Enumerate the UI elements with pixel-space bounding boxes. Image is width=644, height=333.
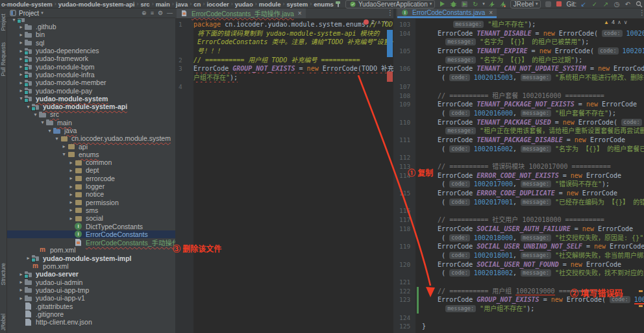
more-icon[interactable]: ⋮ xyxy=(639,9,644,16)
tree-toggle-icon[interactable]: ▸ xyxy=(18,287,25,293)
right-inspection-widget[interactable]: ▲ 4 ∧ ∨ xyxy=(604,19,628,25)
collapse-all-icon[interactable]: ≡ xyxy=(151,10,154,16)
line-number[interactable] xyxy=(396,304,415,314)
code-line[interactable]: ( code: 1002017000, message: "错误码不存在"); xyxy=(396,180,644,189)
tree-toggle-icon[interactable]: ▾ xyxy=(60,151,68,157)
line-number[interactable] xyxy=(396,73,415,82)
editor-split-divider[interactable] xyxy=(393,8,396,333)
right-editor[interactable]: 103 message: "租户不存在");104 ErrorCode TENA… xyxy=(396,18,644,333)
git-push-icon[interactable]: ↗ xyxy=(602,0,610,8)
profiler-chevron-icon[interactable]: ▾ xyxy=(482,1,485,6)
line-number[interactable] xyxy=(175,38,193,47)
line-number[interactable]: 118 xyxy=(396,225,415,234)
code-line[interactable]: 1package cn.iocoder.yudao.module.system.… xyxy=(175,20,393,29)
line-number[interactable]: 108 xyxy=(396,92,415,101)
tree-item-main[interactable]: ▾main xyxy=(6,119,175,127)
tree-item-permission[interactable]: ▸permission xyxy=(6,199,175,206)
git-update-icon[interactable]: ↙ xyxy=(580,0,588,8)
code-line[interactable]: message: "名字为 【{}】 的租户已被禁用"); xyxy=(396,38,644,47)
tree-item-yudao-ui-app-tmp[interactable]: ▸yudao-ui-app-tmp xyxy=(6,286,175,294)
tab-errorcodeconstants-manual[interactable]: ErrorCodeConstants_手动操作.java × xyxy=(177,8,306,18)
line-number[interactable] xyxy=(175,73,193,82)
left-editor[interactable]: 1package cn.iocoder.yudao.module.system.… xyxy=(175,18,393,333)
tree-toggle-icon[interactable]: ▸ xyxy=(68,216,75,221)
tree-toggle-icon[interactable]: ▸ xyxy=(68,191,75,197)
code-line[interactable]: 124 xyxy=(396,314,644,323)
tree-toggle-icon[interactable]: ▸ xyxy=(68,167,75,173)
hide-panel-icon[interactable]: — xyxy=(167,10,173,16)
tree-toggle-icon[interactable]: ▾ xyxy=(46,128,53,134)
line-number[interactable] xyxy=(396,127,415,136)
tree-item--gitattributes[interactable]: .gitattributes xyxy=(6,302,175,310)
code-line[interactable]: 118 ErrorCode SOCIAL_USER_AUTH_FAILURE =… xyxy=(396,225,644,234)
line-number[interactable]: 105 xyxy=(396,47,415,56)
code-line[interactable]: message: "用户组不存在"); xyxy=(396,304,644,314)
tree-toggle-icon[interactable]: ▸ xyxy=(68,160,75,166)
tree-toggle-icon[interactable]: ▸ xyxy=(18,24,25,30)
breadcrumb-item[interactable]: o-module-system xyxy=(1,1,53,8)
code-line[interactable]: 116 xyxy=(396,206,644,216)
tree-item-yudao-module-pay[interactable]: ▸yudao-module-pay xyxy=(6,86,175,94)
undo-icon[interactable]: ↶ xyxy=(624,0,632,8)
tab-errorcodeconstants[interactable]: ErrorCodeConstants.java × xyxy=(397,8,497,18)
settings-icon[interactable]: ⚙ xyxy=(158,10,163,16)
code-line[interactable]: message: "名字为 【{}】 的租户已过期"); xyxy=(396,56,644,65)
tree-item-yudao-ui-admin[interactable]: ▸yudao-ui-admin xyxy=(6,278,175,286)
close-icon[interactable]: × xyxy=(298,10,302,17)
stop-icon[interactable] xyxy=(555,0,563,8)
line-number[interactable] xyxy=(175,29,193,38)
line-number[interactable]: 121 xyxy=(396,278,415,287)
tree-item-java[interactable]: ▾java xyxy=(6,127,175,134)
line-number[interactable] xyxy=(396,180,415,189)
code-line[interactable]: 户组不存在"); xyxy=(175,73,393,82)
line-number[interactable]: 4 xyxy=(175,82,193,92)
tree-item-yudao-module-system-impl[interactable]: ▸yudao-module-system-impl xyxy=(6,254,175,262)
line-number[interactable]: 116 xyxy=(396,206,415,216)
tree-item-src[interactable]: ▾src xyxy=(6,110,175,118)
line-number[interactable]: 122 xyxy=(396,287,415,296)
next-warning-icon[interactable]: ∨ xyxy=(624,19,628,25)
line-number[interactable]: 2 xyxy=(175,56,193,65)
code-line[interactable]: 将下面的错误码复制到 yudao-module-system-api 模块的 xyxy=(175,29,393,38)
tree-item-logger[interactable]: ▸logger xyxy=(6,182,175,190)
code-line[interactable]: 125} xyxy=(396,322,644,331)
code-line[interactable]: ( code: 1002018002, message: "社交授权失败，找不到… xyxy=(396,269,644,278)
line-number[interactable] xyxy=(396,251,415,260)
code-line[interactable]: 112 xyxy=(396,153,644,162)
line-number[interactable]: 115 xyxy=(396,189,415,198)
line-number[interactable] xyxy=(396,56,415,65)
tree-toggle-icon[interactable]: ▸ xyxy=(68,175,75,181)
line-number[interactable]: 123 xyxy=(396,295,415,304)
code-line[interactable]: 115 ErrorCode ERROR_CODE_DUPLICATE = new… xyxy=(396,189,644,198)
code-line[interactable]: ( code: 1002016002, message: "名字为 【{}】 的… xyxy=(396,145,644,154)
line-number[interactable]: 113 xyxy=(396,162,415,171)
code-line[interactable]: 122 // ========== 用户组 1002019000 =======… xyxy=(396,287,644,296)
code-line[interactable]: 4 xyxy=(175,82,393,92)
breadcrumb-item[interactable]: yudao-module-system-api xyxy=(58,1,135,8)
tree-item-root-partial[interactable]: ▾ xyxy=(6,18,175,23)
code-line[interactable]: 123 ErrorCode GROUP_NOT_EXISTS = new Err… xyxy=(396,295,644,304)
jrebel-select[interactable]: JRebel ▾ xyxy=(510,0,541,8)
line-number[interactable] xyxy=(396,145,415,154)
local-history-icon[interactable]: ◷ xyxy=(613,0,621,8)
code-line[interactable]: ( code: 1002015003, message: "系统租户不能进行修改… xyxy=(396,73,644,82)
tree-toggle-icon[interactable]: ▸ xyxy=(68,184,75,190)
chevron-down-icon[interactable]: ▾ xyxy=(41,10,43,16)
code-line[interactable]: ( code: 1002018000, message: "社交授权失败，原因是… xyxy=(396,234,644,243)
code-line[interactable]: 107 xyxy=(396,82,644,92)
tree-toggle-icon[interactable]: ▸ xyxy=(60,143,68,149)
tree-item-yudao-module-bpm[interactable]: ▸yudao-module-bpm xyxy=(6,62,175,70)
code-line[interactable]: ( code: 1002017001, message: "已经存在编码为 【{… xyxy=(396,198,644,207)
code-line[interactable]: 117 // ========== 社交用户 1002018000 ======… xyxy=(396,216,644,225)
tree-item-common[interactable]: ▸common xyxy=(6,158,175,166)
profiler-icon[interactable]: ↻ xyxy=(471,0,479,8)
close-icon[interactable]: × xyxy=(489,9,493,16)
search-everywhere-icon[interactable] xyxy=(635,0,643,8)
line-number[interactable]: 112 xyxy=(396,153,415,162)
tree-item-yudao-module-infra[interactable]: ▸yudao-module-infra xyxy=(6,71,175,79)
code-line[interactable]: 120 ErrorCode SOCIAL_USER_NOT_FOUND = ne… xyxy=(396,260,644,269)
right-scrollbar-mark[interactable] xyxy=(639,290,643,292)
line-number[interactable] xyxy=(396,234,415,243)
breadcrumb-item[interactable]: main xyxy=(156,1,170,8)
jrebel-debug-icon[interactable] xyxy=(499,0,507,8)
